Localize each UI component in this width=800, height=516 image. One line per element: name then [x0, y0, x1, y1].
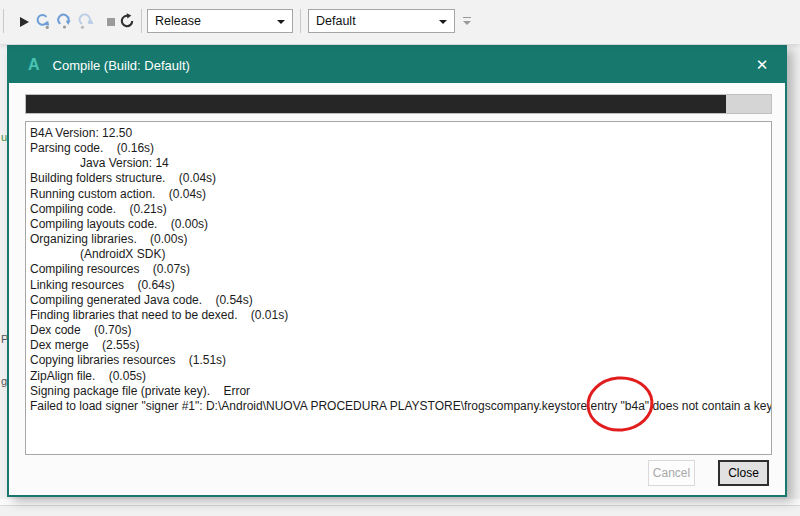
step-into-icon[interactable] — [32, 12, 51, 31]
run-icon[interactable] — [14, 12, 33, 31]
log-line: Compiling resources (0.07s) — [30, 262, 769, 277]
cancel-button[interactable]: Cancel — [648, 460, 695, 486]
ide-toolbar: Release Default — [0, 0, 800, 44]
restart-icon[interactable] — [117, 11, 136, 30]
progress-fill — [26, 95, 726, 113]
log-line: Building folders structure. (0.04s) — [30, 171, 769, 186]
step-out-icon[interactable] — [77, 12, 96, 31]
log-line: Finding libraries that need to be dexed.… — [30, 308, 769, 323]
log-line: Java Version: 14 — [30, 156, 769, 171]
chevron-down-icon — [277, 20, 285, 24]
log-line: Compiling layouts code. (0.00s) — [30, 217, 769, 232]
log-line: Dex merge (2.55s) — [30, 338, 769, 353]
log-line: Organizing libraries. (0.00s) — [30, 232, 769, 247]
build-configuration-dropdown[interactable]: Release — [147, 9, 293, 33]
log-line: Compiling code. (0.21s) — [30, 202, 769, 217]
b4a-logo-icon: A — [28, 56, 40, 74]
compile-log-textbox[interactable]: B4A Version: 12.50Parsing code. (0.16s) … — [25, 121, 772, 455]
toolbar-separator — [3, 9, 4, 33]
toolbar-overflow-icon[interactable] — [461, 15, 473, 29]
build-action-dropdown[interactable]: Default — [308, 9, 455, 33]
close-button[interactable]: Close — [718, 460, 769, 486]
log-line: Dex code (0.70s) — [30, 323, 769, 338]
build-action-value: Default — [316, 14, 356, 28]
compile-progress-bar — [25, 94, 772, 114]
dialog-title: Compile (Build: Default) — [53, 58, 190, 73]
chevron-down-icon — [439, 20, 447, 24]
log-line: Parsing code. (0.16s) — [30, 141, 769, 156]
log-line: Copying libraries resources (1.51s) — [30, 353, 769, 368]
log-line: Failed to load signer "signer #1": D:\An… — [30, 399, 769, 414]
close-icon[interactable]: ✕ — [751, 54, 773, 76]
toolbar-separator — [300, 9, 301, 33]
toolbar-separator — [141, 9, 142, 33]
log-line: ZipAlign file. (0.05s) — [30, 369, 769, 384]
build-configuration-value: Release — [155, 14, 201, 28]
log-line: Linking resources (0.64s) — [30, 278, 769, 293]
log-line: (AndroidX SDK) — [30, 247, 769, 262]
log-line: Signing package file (private key). Erro… — [30, 384, 769, 399]
log-line: Running custom action. (0.04s) — [30, 187, 769, 202]
compile-dialog: A Compile (Build: Default) ✕ B4A Version… — [7, 45, 787, 497]
log-line: B4A Version: 12.50 — [30, 126, 769, 141]
background-bottom-strip — [0, 499, 800, 506]
dialog-titlebar: A Compile (Build: Default) ✕ — [9, 47, 785, 83]
step-over-icon[interactable] — [55, 12, 74, 31]
log-line: Compiling generated Java code. (0.54s) — [30, 293, 769, 308]
